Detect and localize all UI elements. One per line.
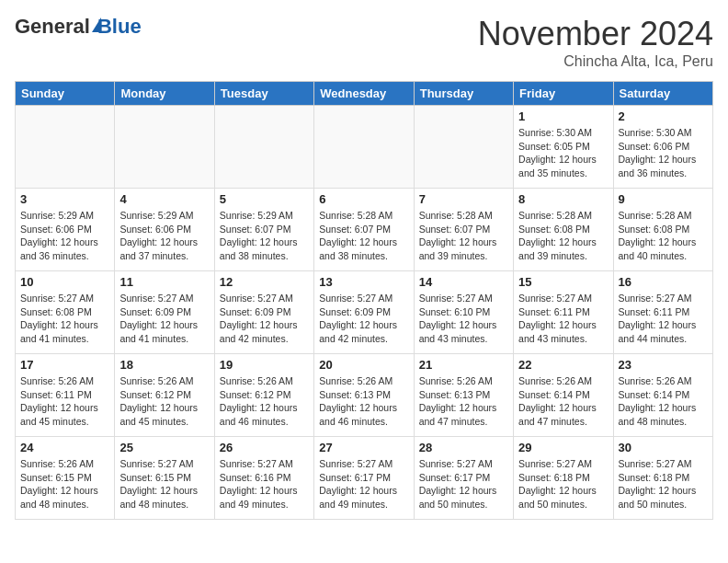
day-info: Sunrise: 5:27 AMSunset: 6:09 PMDaylight:… — [319, 292, 408, 346]
calendar-cell: 26Sunrise: 5:27 AMSunset: 6:16 PMDayligh… — [214, 437, 313, 520]
weekday-header-wednesday: Wednesday — [314, 82, 414, 106]
calendar-cell: 17Sunrise: 5:26 AMSunset: 6:11 PMDayligh… — [16, 354, 115, 437]
calendar-cell: 19Sunrise: 5:26 AMSunset: 6:12 PMDayligh… — [214, 354, 313, 437]
day-info: Sunrise: 5:27 AMSunset: 6:09 PMDaylight:… — [220, 292, 309, 346]
logo-icon — [92, 17, 101, 32]
calendar-cell: 21Sunrise: 5:26 AMSunset: 6:13 PMDayligh… — [414, 354, 513, 437]
day-number: 22 — [518, 358, 608, 372]
calendar-cell: 10Sunrise: 5:27 AMSunset: 6:08 PMDayligh… — [16, 271, 115, 354]
weekday-header-sunday: Sunday — [16, 82, 115, 106]
day-info: Sunrise: 5:27 AMSunset: 6:18 PMDaylight:… — [518, 457, 608, 511]
day-number: 11 — [119, 275, 209, 289]
day-number: 10 — [20, 275, 109, 289]
day-number: 8 — [518, 192, 608, 206]
day-info: Sunrise: 5:26 AMSunset: 6:13 PMDaylight:… — [319, 374, 408, 429]
day-info: Sunrise: 5:27 AMSunset: 6:17 PMDaylight:… — [319, 457, 408, 511]
calendar-cell: 11Sunrise: 5:27 AMSunset: 6:09 PMDayligh… — [115, 271, 214, 354]
day-number: 24 — [20, 441, 109, 454]
day-number: 5 — [220, 192, 309, 206]
day-info: Sunrise: 5:27 AMSunset: 6:10 PMDaylight:… — [419, 292, 508, 346]
calendar-cell: 18Sunrise: 5:26 AMSunset: 6:12 PMDayligh… — [115, 354, 214, 437]
location: Chincha Alta, Ica, Peru — [478, 53, 713, 70]
calendar-week-row: 17Sunrise: 5:26 AMSunset: 6:11 PMDayligh… — [16, 354, 713, 437]
day-info: Sunrise: 5:26 AMSunset: 6:12 PMDaylight:… — [220, 374, 309, 429]
day-info: Sunrise: 5:26 AMSunset: 6:11 PMDaylight:… — [20, 374, 109, 429]
day-number: 26 — [220, 441, 309, 454]
logo: General Blue — [15, 15, 142, 39]
logo-general: General — [15, 15, 90, 39]
day-info: Sunrise: 5:26 AMSunset: 6:14 PMDaylight:… — [619, 374, 708, 429]
day-number: 18 — [119, 358, 209, 372]
calendar-cell: 29Sunrise: 5:27 AMSunset: 6:18 PMDayligh… — [514, 437, 613, 520]
day-info: Sunrise: 5:27 AMSunset: 6:16 PMDaylight:… — [220, 457, 309, 511]
day-info: Sunrise: 5:27 AMSunset: 6:18 PMDaylight:… — [619, 457, 708, 511]
day-number: 17 — [20, 358, 109, 372]
day-info: Sunrise: 5:29 AMSunset: 6:06 PMDaylight:… — [20, 209, 109, 263]
day-info: Sunrise: 5:26 AMSunset: 6:14 PMDaylight:… — [518, 374, 608, 429]
title-section: November 2024 Chincha Alta, Ica, Peru — [478, 15, 713, 70]
calendar-cell: 4Sunrise: 5:29 AMSunset: 6:06 PMDaylight… — [115, 189, 214, 271]
day-number: 13 — [319, 275, 408, 289]
day-number: 21 — [419, 358, 508, 372]
calendar-cell: 24Sunrise: 5:26 AMSunset: 6:15 PMDayligh… — [16, 437, 115, 520]
calendar-cell: 6Sunrise: 5:28 AMSunset: 6:07 PMDaylight… — [314, 189, 414, 271]
day-info: Sunrise: 5:27 AMSunset: 6:09 PMDaylight:… — [119, 292, 209, 346]
day-info: Sunrise: 5:28 AMSunset: 6:07 PMDaylight:… — [319, 209, 408, 263]
day-number: 3 — [20, 192, 109, 206]
day-info: Sunrise: 5:28 AMSunset: 6:08 PMDaylight:… — [619, 209, 708, 263]
day-number: 2 — [619, 109, 708, 123]
day-number: 14 — [419, 275, 508, 289]
day-number: 9 — [619, 192, 708, 206]
day-number: 15 — [518, 275, 608, 289]
calendar-cell: 5Sunrise: 5:29 AMSunset: 6:07 PMDaylight… — [214, 189, 313, 271]
day-number: 27 — [319, 441, 408, 454]
calendar-cell: 3Sunrise: 5:29 AMSunset: 6:06 PMDaylight… — [16, 189, 115, 271]
calendar-cell — [16, 106, 115, 189]
day-number: 20 — [319, 358, 408, 372]
weekday-header-saturday: Saturday — [613, 82, 712, 106]
page-header: General Blue November 2024 Chincha Alta,… — [15, 15, 713, 70]
day-number: 30 — [619, 441, 708, 454]
calendar-cell: 20Sunrise: 5:26 AMSunset: 6:13 PMDayligh… — [314, 354, 414, 437]
day-number: 4 — [119, 192, 209, 206]
weekday-header-monday: Monday — [115, 82, 214, 106]
day-number: 1 — [518, 109, 608, 123]
day-info: Sunrise: 5:30 AMSunset: 6:05 PMDaylight:… — [518, 126, 608, 180]
day-info: Sunrise: 5:27 AMSunset: 6:11 PMDaylight:… — [619, 292, 708, 346]
calendar-cell: 27Sunrise: 5:27 AMSunset: 6:17 PMDayligh… — [314, 437, 414, 520]
calendar-week-row: 24Sunrise: 5:26 AMSunset: 6:15 PMDayligh… — [16, 437, 713, 520]
day-info: Sunrise: 5:28 AMSunset: 6:07 PMDaylight:… — [419, 209, 508, 263]
day-info: Sunrise: 5:30 AMSunset: 6:06 PMDaylight:… — [619, 126, 708, 180]
day-number: 16 — [619, 275, 708, 289]
calendar-cell: 22Sunrise: 5:26 AMSunset: 6:14 PMDayligh… — [514, 354, 613, 437]
day-number: 6 — [319, 192, 408, 206]
calendar-cell: 14Sunrise: 5:27 AMSunset: 6:10 PMDayligh… — [414, 271, 513, 354]
day-info: Sunrise: 5:28 AMSunset: 6:08 PMDaylight:… — [518, 209, 608, 263]
logo-text: General Blue — [15, 15, 142, 39]
day-number: 7 — [419, 192, 508, 206]
weekday-header-row: SundayMondayTuesdayWednesdayThursdayFrid… — [16, 82, 713, 106]
calendar-cell: 1Sunrise: 5:30 AMSunset: 6:05 PMDaylight… — [514, 106, 613, 189]
day-info: Sunrise: 5:27 AMSunset: 6:08 PMDaylight:… — [20, 292, 109, 346]
logo-blue: Blue — [97, 15, 142, 39]
calendar-cell: 7Sunrise: 5:28 AMSunset: 6:07 PMDaylight… — [414, 189, 513, 271]
calendar-cell: 25Sunrise: 5:27 AMSunset: 6:15 PMDayligh… — [115, 437, 214, 520]
day-info: Sunrise: 5:27 AMSunset: 6:15 PMDaylight:… — [119, 457, 209, 511]
calendar: SundayMondayTuesdayWednesdayThursdayFrid… — [15, 81, 713, 520]
month-year: November 2024 — [478, 15, 713, 53]
day-info: Sunrise: 5:29 AMSunset: 6:07 PMDaylight:… — [220, 209, 309, 263]
calendar-cell: 28Sunrise: 5:27 AMSunset: 6:17 PMDayligh… — [414, 437, 513, 520]
weekday-header-friday: Friday — [514, 82, 613, 106]
day-info: Sunrise: 5:27 AMSunset: 6:11 PMDaylight:… — [518, 292, 608, 346]
calendar-cell: 16Sunrise: 5:27 AMSunset: 6:11 PMDayligh… — [613, 271, 712, 354]
calendar-cell: 12Sunrise: 5:27 AMSunset: 6:09 PMDayligh… — [214, 271, 313, 354]
calendar-cell — [314, 106, 414, 189]
calendar-cell — [115, 106, 214, 189]
day-info: Sunrise: 5:26 AMSunset: 6:15 PMDaylight:… — [20, 457, 109, 511]
calendar-week-row: 3Sunrise: 5:29 AMSunset: 6:06 PMDaylight… — [16, 189, 713, 271]
weekday-header-thursday: Thursday — [414, 82, 513, 106]
day-info: Sunrise: 5:27 AMSunset: 6:17 PMDaylight:… — [419, 457, 508, 511]
calendar-cell: 2Sunrise: 5:30 AMSunset: 6:06 PMDaylight… — [613, 106, 712, 189]
calendar-cell: 30Sunrise: 5:27 AMSunset: 6:18 PMDayligh… — [613, 437, 712, 520]
calendar-cell — [214, 106, 313, 189]
